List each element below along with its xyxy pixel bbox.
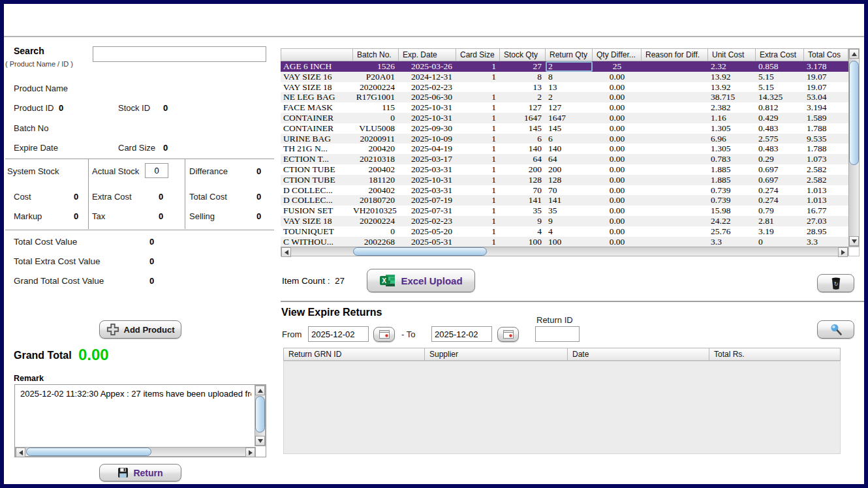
items-table-row[interactable]: TH 21G N...2004202025-04-1911401400.001.… [281, 144, 848, 154]
items-table-cell[interactable]: 1 [456, 226, 500, 237]
items-table-cell[interactable]: 200402 [353, 164, 399, 175]
items-table-cell[interactable]: CONTAINER [281, 123, 353, 134]
items-vscroll-thumb[interactable] [849, 61, 859, 165]
items-table-cell[interactable]: 1 [456, 185, 500, 196]
items-table-cell[interactable]: AGE 6 INCH [281, 61, 353, 72]
items-table-cell[interactable]: 8 [500, 72, 546, 82]
items-table-cell[interactable]: 1 [456, 195, 500, 206]
add-product-button[interactable]: Add Product [99, 320, 181, 339]
remark-vscroll-thumb[interactable] [255, 396, 265, 433]
items-table-row[interactable]: FUSION SETVH20103252025-07-31135350.0015… [281, 206, 848, 216]
items-scroll-left-icon[interactable] [281, 247, 291, 257]
remark-scroll-left-icon[interactable] [16, 448, 25, 457]
items-table-cell[interactable]: 20210318 [353, 154, 399, 164]
items-table-cell[interactable]: 0.812 [756, 102, 804, 113]
items-table-cell[interactable]: 145 [546, 123, 593, 134]
items-table-cell[interactable] [456, 82, 500, 93]
items-table-cell[interactable]: 2 [500, 92, 546, 102]
items-table-cell[interactable] [642, 82, 708, 93]
items-table-cell[interactable]: 2.32 [708, 61, 756, 72]
items-table-cell[interactable]: 20200911 [353, 134, 399, 144]
items-table-cell[interactable]: 1.788 [804, 144, 848, 154]
items-table-cell[interactable]: 0.697 [756, 164, 804, 175]
remark-scroll-up-icon[interactable] [255, 386, 265, 395]
items-table-cell[interactable] [642, 144, 708, 154]
items-table-cell[interactable] [642, 92, 708, 102]
items-table-cell[interactable] [642, 216, 708, 226]
items-table-cell[interactable]: 0.29 [756, 154, 804, 164]
items-table-cell[interactable]: 5.15 [756, 82, 804, 93]
items-table-cell[interactable] [642, 206, 708, 216]
remark-scroll-right-icon[interactable] [245, 448, 255, 457]
items-scroll-down-icon[interactable] [849, 236, 859, 246]
from-calendar-button[interactable] [373, 327, 395, 342]
items-table-cell[interactable]: 2025-03-17 [399, 154, 456, 164]
items-col-header-3[interactable]: Card Size [456, 48, 500, 61]
items-table-cell[interactable]: 200420 [353, 144, 399, 154]
items-table-cell[interactable] [642, 102, 708, 113]
items-table-cell[interactable]: 14.325 [756, 92, 804, 102]
items-table-cell[interactable]: 0.483 [756, 144, 804, 154]
items-table-row[interactable]: CTION TUBE1811202025-10-3111281280.001.8… [281, 175, 848, 185]
items-table-cell[interactable]: TH 21G N... [281, 144, 353, 154]
items-table-cell[interactable]: 3.3 [804, 237, 848, 247]
items-table-cell[interactable]: 1 [456, 61, 500, 72]
items-table-cell[interactable]: 0.739 [708, 185, 756, 196]
items-table-cell[interactable]: 27 [500, 61, 546, 72]
items-col-header-0[interactable] [281, 48, 353, 61]
items-table-cell[interactable]: 1647 [546, 113, 593, 123]
items-table-cell[interactable]: 1 [456, 175, 500, 185]
search-returns-button[interactable] [817, 320, 854, 339]
items-table-cell[interactable]: 13 [500, 82, 546, 93]
items-table-cell[interactable]: 127 [500, 102, 546, 113]
items-col-header-8[interactable]: Unit Cost [708, 48, 756, 61]
items-table-cell[interactable]: VAY SIZE 16 [281, 72, 353, 82]
items-table-cell[interactable]: 2025-02-23 [399, 216, 456, 226]
items-table-cell[interactable]: 0.00 [593, 226, 642, 237]
items-table-cell[interactable] [642, 113, 708, 123]
items-table-cell[interactable]: 35 [500, 206, 546, 216]
items-table-cell[interactable] [642, 72, 708, 82]
items-table-cell[interactable]: URINE BAG [281, 134, 353, 144]
items-table-cell[interactable]: 2.582 [804, 164, 848, 175]
items-col-header-1[interactable]: Batch No. [353, 48, 399, 61]
items-table-cell[interactable]: 9 [546, 216, 593, 226]
items-table-cell[interactable]: 0.00 [593, 195, 642, 206]
items-table-cell[interactable]: 1.788 [804, 123, 848, 134]
items-table-cell[interactable] [642, 175, 708, 185]
items-table-cell[interactable] [642, 123, 708, 134]
items-col-header-10[interactable]: Total Cos [804, 48, 848, 61]
items-table-cell[interactable]: 0.00 [593, 72, 642, 82]
items-table-cell[interactable]: 53.04 [804, 92, 848, 102]
items-table-cell[interactable]: 1 [456, 72, 500, 82]
items-table-cell[interactable]: 15.98 [708, 206, 756, 216]
items-table-cell[interactable]: 1.305 [708, 144, 756, 154]
items-table-cell[interactable]: 13 [546, 82, 593, 93]
items-table-cell[interactable]: 1.013 [804, 185, 848, 196]
items-table-cell[interactable]: 19.07 [804, 72, 848, 82]
items-table-cell[interactable]: FACE MASK [281, 102, 353, 113]
items-table-cell[interactable]: 2025-03-26 [399, 61, 456, 72]
items-table-cell[interactable]: 140 [500, 144, 546, 154]
items-table-cell[interactable]: 200 [546, 164, 593, 175]
items-table-cell[interactable]: 1 [456, 134, 500, 144]
items-table-cell[interactable]: 0.00 [593, 206, 642, 216]
items-table-cell[interactable]: 200 [500, 164, 546, 175]
items-table-cell[interactable]: 1 [456, 92, 500, 102]
items-table-cell[interactable]: 35 [546, 206, 593, 216]
clear-button[interactable]: ↻ [817, 274, 854, 292]
items-table-cell[interactable]: 115 [353, 102, 399, 113]
items-scroll-right-icon[interactable] [838, 247, 848, 257]
excel-upload-button[interactable]: X Excel Upload [367, 269, 475, 292]
items-table-cell[interactable]: 6 [546, 134, 593, 144]
items-table-cell[interactable]: 0.00 [593, 154, 642, 164]
items-table-cell[interactable]: 2025-06-30 [399, 92, 456, 102]
items-table-cell[interactable]: FUSION SET [281, 206, 353, 216]
items-col-header-7[interactable]: Reason for Diff. [642, 48, 708, 61]
items-table-cell[interactable]: 1 [456, 113, 500, 123]
items-table-cell[interactable]: 141 [500, 195, 546, 206]
items-table-row[interactable]: FACE MASK1152025-10-3111271270.002.3820.… [281, 102, 848, 113]
return-button[interactable]: Return [99, 464, 181, 481]
items-table-cell[interactable]: 6.96 [708, 134, 756, 144]
items-table-cell[interactable]: 0.429 [756, 113, 804, 123]
